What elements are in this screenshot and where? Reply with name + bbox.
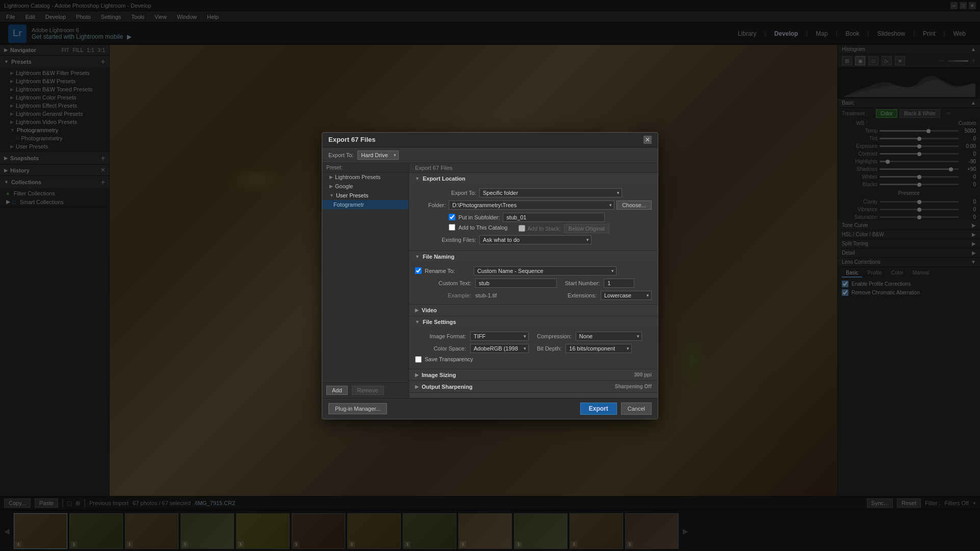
image-sizing-label: Image Sizing	[422, 372, 456, 378]
sharpening-value: Sharpening Off	[615, 384, 652, 389]
choose-folder-button[interactable]: Choose...	[616, 201, 652, 210]
folder-path-wrapper: D:\Photogrammetry\Trees Choose...	[449, 201, 652, 210]
preset-pane-user-label: User Presets	[336, 192, 369, 198]
folder-row: Folder: D:\Photogrammetry\Trees Choose..…	[415, 201, 652, 210]
add-to-catalog-checkbox[interactable]	[449, 224, 455, 231]
plugin-manager-button[interactable]: Plug-in Manager...	[328, 403, 387, 414]
export-button[interactable]: Export	[580, 403, 617, 415]
file-settings-content: Image Format: TIFF JPEG PSD DNG Original	[409, 328, 658, 369]
dialog-body: Preset: ▶ Lightroom Presets ▶ Google ▼ U…	[322, 163, 658, 398]
rename-to-select[interactable]: Custom Name - Sequence Custom Name Filen…	[474, 266, 616, 276]
preset-pane-label: Preset:	[322, 163, 408, 172]
catalog-row: Add to This Catalog Add to Stack: Below …	[415, 224, 652, 233]
export-location-header[interactable]: ▼ Export Location	[409, 173, 658, 184]
start-number-label: Start Number:	[565, 280, 600, 286]
folder-label: Folder:	[415, 202, 446, 208]
export-dialog: Export 67 Files ✕ Export To: Hard Drive …	[322, 132, 658, 419]
file-naming-label: File Naming	[423, 254, 454, 260]
footer-action-buttons: Export Cancel	[580, 403, 652, 415]
preset-pane-google-label: Google	[335, 183, 353, 189]
existing-files-row: Existing Files: Ask what to do Choose a …	[415, 235, 652, 244]
subfolder-input[interactable]	[503, 213, 605, 222]
export-location-to-select-wrapper: Specific folder Same folder as original …	[479, 188, 622, 197]
folder-path-select-wrapper: D:\Photogrammetry\Trees	[449, 201, 614, 210]
video-header[interactable]: ▶ Video	[409, 305, 658, 316]
video-label: Video	[422, 307, 437, 313]
colorspace-row: Color Space: AdobeRGB (1998) sRGB ProPho…	[415, 344, 652, 353]
bitdepth-select-wrapper: 16 bits/component 8 bits/component	[565, 344, 632, 353]
preset-pane-google[interactable]: ▶ Google	[322, 182, 408, 191]
example-row: Example: stub-1.tif Extensions: Lowercas…	[415, 291, 652, 300]
dialog-titlebar: Export 67 Files ✕	[322, 133, 658, 147]
example-label: Example:	[425, 292, 471, 298]
rename-to-row: Rename To: Custom Name - Sequence Custom…	[415, 266, 652, 276]
export-to-select[interactable]: Hard Drive Email CD/DVD	[357, 151, 399, 160]
preset-pane-lightroom[interactable]: ▶ Lightroom Presets	[322, 172, 408, 182]
colorspace-select-wrapper: AdobeRGB (1998) sRGB ProPhoto RGB	[470, 344, 529, 353]
video-section: ▶ Video	[409, 305, 658, 316]
output-sharpening-arrow-icon: ▶	[415, 384, 419, 389]
custom-text-input[interactable]	[475, 279, 557, 288]
cancel-button[interactable]: Cancel	[621, 403, 652, 415]
rename-to-select-wrapper: Custom Name - Sequence Custom Name Filen…	[474, 266, 616, 276]
format-row: Image Format: TIFF JPEG PSD DNG Original	[415, 332, 652, 341]
remove-preset-button[interactable]: Remove	[352, 386, 384, 395]
file-settings-section: ▼ File Settings Image Format: TIFF JPEG	[409, 316, 658, 369]
compression-select-wrapper: None LZW ZIP	[576, 332, 642, 341]
output-sharpening-header[interactable]: ▶ Output Sharpening Sharpening Off	[409, 381, 658, 392]
extensions-select-wrapper: Lowercase Uppercase	[601, 291, 652, 300]
existing-files-label: Existing Files:	[415, 237, 476, 243]
preset-pane-user[interactable]: ▼ User Presets	[322, 191, 408, 200]
transparency-label: Save Transparency	[425, 356, 473, 362]
below-original-button[interactable]: Below Original	[564, 224, 609, 233]
dialog-footer: Plug-in Manager... Export Cancel	[322, 398, 658, 419]
preset-pane-lightroom-label: Lightroom Presets	[335, 174, 380, 180]
file-naming-header[interactable]: ▼ File Naming	[409, 251, 658, 262]
transparency-checkbox[interactable]	[415, 356, 422, 363]
add-remove-row: Add Remove	[322, 382, 408, 398]
add-to-stack-row: Add to Stack:	[519, 225, 560, 232]
export-location-to-label: Export To:	[415, 190, 476, 196]
export-to-select-wrapper: Hard Drive Email CD/DVD	[357, 151, 399, 160]
extensions-select[interactable]: Lowercase Uppercase	[601, 291, 652, 300]
export-location-to-row: Export To: Specific folder Same folder a…	[415, 188, 652, 197]
export-options-pane: Export 67 Files ▼ Export Location Export…	[409, 163, 658, 398]
image-sizing-ppi: 300 ppi	[634, 372, 652, 378]
subfolder-label: Put in Subfolder:	[458, 214, 500, 220]
add-to-stack-label: Add to Stack:	[527, 226, 560, 232]
compression-label: Compression:	[537, 333, 572, 339]
file-naming-content: Rename To: Custom Name - Sequence Custom…	[409, 262, 658, 304]
add-to-stack-checkbox[interactable]	[519, 225, 525, 232]
export-location-to-select[interactable]: Specific folder Same folder as original …	[479, 188, 622, 197]
put-in-subfolder-checkbox[interactable]	[449, 214, 455, 220]
existing-files-select-wrapper: Ask what to do Choose a new name Overwri…	[479, 235, 591, 244]
bitdepth-select[interactable]: 16 bits/component 8 bits/component	[565, 344, 632, 353]
file-naming-arrow-icon: ▼	[415, 254, 420, 259]
start-number-input[interactable]	[604, 279, 634, 288]
image-sizing-section: ▶ Image Sizing 300 ppi	[409, 369, 658, 381]
existing-files-select[interactable]: Ask what to do Choose a new name Overwri…	[479, 235, 591, 244]
folder-path-select[interactable]: D:\Photogrammetry\Trees	[449, 201, 614, 210]
preset-pane-list: ▶ Lightroom Presets ▶ Google ▼ User Pres…	[322, 172, 408, 382]
dialog-close-button[interactable]: ✕	[643, 136, 652, 144]
colorspace-select[interactable]: AdobeRGB (1998) sRGB ProPhoto RGB	[470, 344, 529, 353]
image-sizing-header[interactable]: ▶ Image Sizing 300 ppi	[409, 369, 658, 381]
video-arrow-icon: ▶	[415, 308, 419, 313]
dialog-title: Export 67 Files	[328, 136, 375, 143]
colorspace-label: Color Space:	[415, 345, 466, 352]
file-settings-label: File Settings	[423, 319, 456, 325]
format-label: Image Format:	[415, 333, 466, 339]
file-settings-header[interactable]: ▼ File Settings	[409, 316, 658, 328]
add-preset-button[interactable]: Add	[326, 386, 348, 395]
extensions-label: Extensions:	[568, 292, 597, 298]
transparency-row: Save Transparency	[415, 356, 652, 363]
rename-to-checkbox[interactable]	[415, 267, 422, 274]
compression-select[interactable]: None LZW ZIP	[576, 332, 642, 341]
add-to-catalog-row: Add to This Catalog	[449, 224, 507, 231]
format-select[interactable]: TIFF JPEG PSD DNG Original	[470, 332, 529, 341]
file-naming-section: ▼ File Naming Rename To: Custom Name - S…	[409, 251, 658, 305]
preset-pane-fotogrametr[interactable]: Fotogrametr	[322, 200, 408, 209]
export-location-label: Export Location	[423, 176, 466, 182]
add-to-catalog-label: Add to This Catalog	[458, 224, 507, 231]
export-location-content: Export To: Specific folder Same folder a…	[409, 184, 658, 251]
